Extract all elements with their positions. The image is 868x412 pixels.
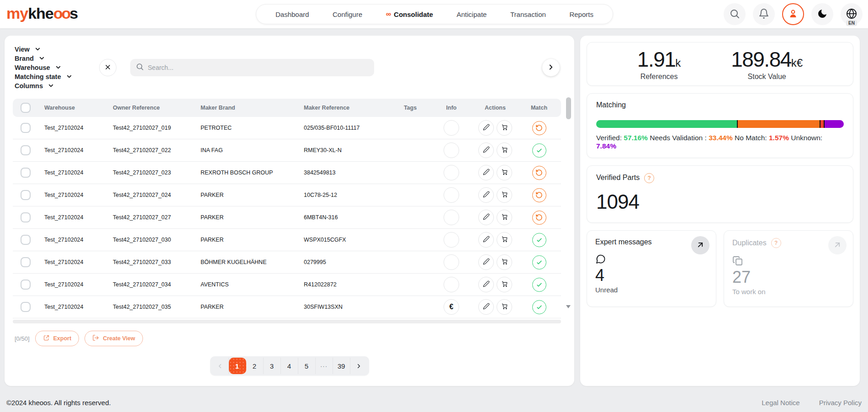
help-icon[interactable]: ? [771, 238, 781, 248]
open-duplicates-button[interactable] [828, 236, 847, 254]
match-status-icon[interactable] [532, 143, 546, 158]
add-to-cart-button[interactable] [497, 165, 512, 180]
euro-price-icon[interactable] [444, 143, 459, 158]
filter-brand[interactable]: Brand [15, 54, 45, 63]
help-icon[interactable]: ? [644, 173, 654, 183]
row-checkbox[interactable] [21, 235, 31, 245]
panel-next-button[interactable] [542, 59, 560, 76]
search-button[interactable] [724, 3, 746, 25]
row-checkbox[interactable] [21, 212, 31, 222]
open-expert-messages-button[interactable] [691, 236, 709, 254]
edit-button[interactable] [478, 232, 494, 248]
create-view-button[interactable]: Create View [85, 331, 143, 346]
clear-filters-button[interactable] [99, 59, 116, 76]
verified-parts-card: Verified Parts? 1094 [587, 165, 853, 223]
row-checkbox[interactable] [21, 168, 31, 178]
match-status-icon[interactable] [532, 211, 546, 225]
edit-button[interactable] [478, 165, 494, 180]
notifications-button[interactable] [753, 3, 775, 25]
table-row[interactable]: Test_27102024 Test42_27102027_027 PARKER… [13, 206, 561, 229]
row-checkbox[interactable] [21, 257, 31, 267]
match-status-icon[interactable] [532, 188, 546, 202]
filter-view[interactable]: View [15, 45, 41, 54]
match-status-icon[interactable] [532, 166, 546, 180]
filter-matching-state[interactable]: Matching state [15, 72, 73, 81]
table-row[interactable]: Test_27102024 Test42_27102027_030 PARKER… [13, 229, 561, 251]
column-header-maker-reference: Maker Reference [298, 105, 391, 111]
add-to-cart-button[interactable] [497, 232, 512, 248]
table-row[interactable]: Test_27102024 Test42_27102027_035 PARKER… [13, 296, 561, 318]
add-to-cart-button[interactable] [497, 143, 512, 158]
app-logo[interactable]: mykheoos [6, 5, 78, 22]
pagination-next-button[interactable] [350, 358, 368, 374]
pagination-page-5[interactable]: 5 [298, 358, 316, 374]
euro-price-icon[interactable] [444, 120, 459, 136]
table-row[interactable]: Test_27102024 Test42_27102027_019 PETROT… [13, 117, 561, 139]
edit-button[interactable] [478, 277, 494, 292]
row-checkbox[interactable] [21, 145, 31, 155]
match-status-icon[interactable] [532, 233, 546, 247]
horizontal-scrollbar[interactable] [13, 320, 561, 323]
pagination-page-2[interactable]: 2 [246, 358, 264, 374]
add-to-cart-button[interactable] [497, 210, 512, 225]
table-row[interactable]: Test_27102024 Test42_27102027_024 PARKER… [13, 184, 561, 206]
euro-price-icon[interactable] [444, 232, 459, 248]
row-checkbox[interactable] [21, 302, 31, 312]
scroll-down-arrow-icon[interactable] [566, 305, 571, 308]
add-to-cart-button[interactable] [497, 120, 512, 136]
pagination-page-3[interactable]: 3 [264, 358, 281, 374]
table-row[interactable]: Test_27102024 Test42_27102027_023 REXROT… [13, 162, 561, 184]
edit-button[interactable] [478, 210, 494, 225]
nav-item-dashboard[interactable]: Dashboard [275, 11, 309, 18]
export-button[interactable]: Export [35, 331, 79, 346]
language-button[interactable]: EN [841, 3, 863, 25]
pagination-prev-button[interactable] [212, 358, 229, 374]
vertical-scrollbar-thumb[interactable] [566, 97, 571, 119]
edit-button[interactable] [478, 120, 494, 136]
match-status-icon[interactable] [532, 255, 546, 269]
filter-columns[interactable]: Columns [15, 81, 54, 90]
legal-notice-link[interactable]: Legal Notice [762, 399, 799, 407]
profile-button[interactable] [782, 3, 804, 25]
euro-price-icon[interactable]: € [444, 299, 459, 315]
duplicates-count: 27 [732, 268, 845, 286]
edit-button[interactable] [478, 143, 494, 158]
nav-item-reports[interactable]: Reports [569, 11, 593, 18]
table-row[interactable]: Test_27102024 Test42_27102027_033 BÖHMER… [13, 251, 561, 274]
edit-button[interactable] [478, 187, 494, 203]
nav-item-configure[interactable]: Configure [333, 11, 362, 18]
table-row[interactable]: Test_27102024 Test42_27102027_034 AVENTI… [13, 274, 561, 296]
euro-price-icon[interactable] [444, 210, 459, 225]
euro-price-icon[interactable] [444, 165, 459, 180]
filter-warehouse[interactable]: Warehouse [15, 63, 62, 72]
match-status-icon[interactable] [532, 278, 546, 292]
add-to-cart-button[interactable] [497, 187, 512, 203]
nav-item-transaction[interactable]: Transaction [510, 11, 546, 18]
add-to-cart-button[interactable] [497, 277, 512, 292]
euro-price-icon[interactable] [444, 254, 459, 270]
match-status-icon[interactable] [532, 121, 546, 135]
pagination-page-1[interactable]: 1 [229, 358, 246, 374]
dark-mode-button[interactable] [811, 3, 833, 25]
select-all-checkbox[interactable] [21, 103, 31, 113]
cell-info [429, 165, 473, 180]
add-to-cart-button[interactable] [497, 299, 512, 315]
cell-warehouse: Test_27102024 [38, 304, 107, 310]
match-status-icon[interactable] [532, 300, 546, 314]
nav-item-anticipate[interactable]: Anticipate [457, 11, 487, 18]
search-input[interactable] [148, 64, 369, 71]
edit-button[interactable] [478, 299, 494, 315]
table-row[interactable]: Test_27102024 Test42_27102027_022 INA FA… [13, 139, 561, 162]
nav-item-consolidate[interactable]: ∞Consolidate [386, 10, 433, 18]
edit-button[interactable] [478, 254, 494, 270]
privacy-policy-link[interactable]: Privacy Policy [819, 399, 862, 407]
row-checkbox[interactable] [21, 280, 31, 290]
row-checkbox[interactable] [21, 190, 31, 200]
pagination-page-39[interactable]: 39 [333, 358, 350, 374]
add-to-cart-button[interactable] [497, 254, 512, 270]
pagination-page-4[interactable]: 4 [281, 358, 298, 374]
row-checkbox[interactable] [21, 123, 31, 133]
cell-maker-reference: R412022872 [298, 281, 391, 288]
euro-price-icon[interactable] [444, 277, 459, 292]
euro-price-icon[interactable] [444, 187, 459, 203]
